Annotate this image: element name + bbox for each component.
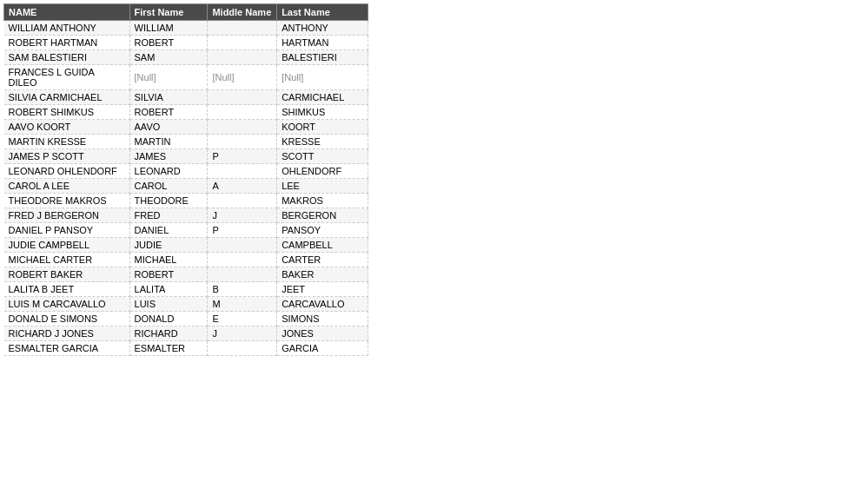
table-cell: MARTIN bbox=[129, 135, 208, 149]
table-row: AAVO KOORTAAVOKOORT bbox=[4, 120, 368, 135]
table-row: THEODORE MAKROSTHEODOREMAKROS bbox=[4, 194, 368, 208]
table-cell: JUDIE bbox=[129, 238, 208, 253]
table-row: MARTIN KRESSEMARTINKRESSE bbox=[4, 135, 368, 149]
table-cell bbox=[208, 135, 277, 149]
table-cell: [Null] bbox=[277, 65, 368, 90]
table-row: ROBERT HARTMANROBERTHARTMAN bbox=[4, 36, 368, 50]
table-cell: CAROL bbox=[129, 179, 208, 194]
header-middle-name[interactable]: Middle Name bbox=[208, 4, 277, 21]
table-cell: FRED J BERGERON bbox=[4, 208, 130, 223]
table-cell: LEONARD OHLENDORF bbox=[4, 164, 130, 179]
table-cell: JAMES bbox=[129, 149, 208, 164]
table-cell bbox=[208, 21, 277, 36]
table-cell: WILLIAM bbox=[129, 21, 208, 36]
header-row: NAME First Name Middle Name Last Name bbox=[4, 4, 368, 21]
table-cell: CARTER bbox=[277, 253, 368, 267]
table-cell: LUIS bbox=[129, 297, 208, 312]
table-container: NAME First Name Middle Name Last Name WI… bbox=[0, 0, 365, 359]
table-row: FRED J BERGERONFREDJBERGERON bbox=[4, 208, 368, 223]
table-cell: BERGERON bbox=[277, 208, 368, 223]
table-cell: LALITA bbox=[129, 282, 208, 297]
table-cell: MICHAEL CARTER bbox=[4, 253, 130, 267]
table-cell: CARCAVALLO bbox=[277, 297, 368, 312]
table-row: DANIEL P PANSOYDANIELPPANSOY bbox=[4, 223, 368, 238]
table-row: WILLIAM ANTHONYWILLIAMANTHONY bbox=[4, 21, 368, 36]
null-value: [Null] bbox=[282, 72, 303, 82]
table-cell: SIMONS bbox=[277, 312, 368, 326]
table-cell: ROBERT SHIMKUS bbox=[4, 105, 130, 120]
table-cell: JUDIE CAMPBELL bbox=[4, 238, 130, 253]
table-cell: ROBERT BAKER bbox=[4, 267, 130, 282]
table-row: ROBERT BAKERROBERTBAKER bbox=[4, 267, 368, 282]
table-cell: MARTIN KRESSE bbox=[4, 135, 130, 149]
table-cell: SILVIA bbox=[129, 90, 208, 105]
table-row: LEONARD OHLENDORFLEONARDOHLENDORF bbox=[4, 164, 368, 179]
table-cell bbox=[208, 50, 277, 65]
table-row: ESMALTER GARCIAESMALTERGARCIA bbox=[4, 341, 368, 356]
table-cell: J bbox=[208, 208, 277, 223]
table-cell: CAROL A LEE bbox=[4, 179, 130, 194]
table-cell: [Null] bbox=[208, 65, 277, 90]
table-cell: HARTMAN bbox=[277, 36, 368, 50]
table-cell bbox=[208, 120, 277, 135]
table-row: JAMES P SCOTTJAMESPSCOTT bbox=[4, 149, 368, 164]
table-cell: CARMICHAEL bbox=[277, 90, 368, 105]
table-cell: SAM bbox=[129, 50, 208, 65]
table-row: MICHAEL CARTERMICHAELCARTER bbox=[4, 253, 368, 267]
header-last-name[interactable]: Last Name bbox=[277, 4, 368, 21]
header-name[interactable]: NAME bbox=[4, 4, 130, 21]
table-cell: GARCIA bbox=[277, 341, 368, 356]
null-value: [Null] bbox=[212, 72, 234, 82]
table-cell: P bbox=[208, 149, 277, 164]
table-cell: DANIEL bbox=[129, 223, 208, 238]
table-row: CAROL A LEECAROLALEE bbox=[4, 179, 368, 194]
table-cell: [Null] bbox=[129, 65, 208, 90]
table-cell: SHIMKUS bbox=[277, 105, 368, 120]
table-cell: CAMPBELL bbox=[277, 238, 368, 253]
table-cell bbox=[208, 253, 277, 267]
table-cell: PANSOY bbox=[277, 223, 368, 238]
table-cell: KOORT bbox=[277, 120, 368, 135]
table-cell: LALITA B JEET bbox=[4, 282, 130, 297]
table-cell: ESMALTER bbox=[129, 341, 208, 356]
table-cell bbox=[208, 36, 277, 50]
table-cell: SCOTT bbox=[277, 149, 368, 164]
table-cell: LEONARD bbox=[129, 164, 208, 179]
table-cell: AAVO bbox=[129, 120, 208, 135]
table-cell: OHLENDORF bbox=[277, 164, 368, 179]
table-cell: FRED bbox=[129, 208, 208, 223]
table-cell bbox=[208, 105, 277, 120]
table-cell bbox=[208, 90, 277, 105]
table-cell: J bbox=[208, 326, 277, 341]
table-cell: ROBERT bbox=[129, 36, 208, 50]
table-cell bbox=[208, 267, 277, 282]
table-cell: KRESSE bbox=[277, 135, 368, 149]
header-first-name[interactable]: First Name bbox=[129, 4, 208, 21]
table-row: SILVIA CARMICHAELSILVIACARMICHAEL bbox=[4, 90, 368, 105]
table-cell: E bbox=[208, 312, 277, 326]
table-cell: WILLIAM ANTHONY bbox=[4, 21, 130, 36]
table-row: DONALD E SIMONSDONALDESIMONS bbox=[4, 312, 368, 326]
table-cell: RICHARD J JONES bbox=[4, 326, 130, 341]
table-row: LUIS M CARCAVALLOLUISMCARCAVALLO bbox=[4, 297, 368, 312]
data-table: NAME First Name Middle Name Last Name WI… bbox=[3, 3, 368, 356]
table-cell: MAKROS bbox=[277, 194, 368, 208]
table-cell: DANIEL P PANSOY bbox=[4, 223, 130, 238]
table-body: WILLIAM ANTHONYWILLIAMANTHONYROBERT HART… bbox=[4, 21, 368, 356]
table-cell: P bbox=[208, 223, 277, 238]
table-row: FRANCES L GUIDA DILEO[Null][Null][Null] bbox=[4, 65, 368, 90]
table-cell: ROBERT bbox=[129, 267, 208, 282]
table-cell: JAMES P SCOTT bbox=[4, 149, 130, 164]
table-cell: MICHAEL bbox=[129, 253, 208, 267]
table-cell: LUIS M CARCAVALLO bbox=[4, 297, 130, 312]
table-row: RICHARD J JONESRICHARDJJONES bbox=[4, 326, 368, 341]
table-cell: ROBERT bbox=[129, 105, 208, 120]
table-row: SAM BALESTIERISAMBALESTIERI bbox=[4, 50, 368, 65]
table-cell: AAVO KOORT bbox=[4, 120, 130, 135]
table-cell: BAKER bbox=[277, 267, 368, 282]
table-cell: LEE bbox=[277, 179, 368, 194]
table-cell: ROBERT HARTMAN bbox=[4, 36, 130, 50]
table-row: ROBERT SHIMKUSROBERTSHIMKUS bbox=[4, 105, 368, 120]
table-cell: A bbox=[208, 179, 277, 194]
table-cell: THEODORE MAKROS bbox=[4, 194, 130, 208]
